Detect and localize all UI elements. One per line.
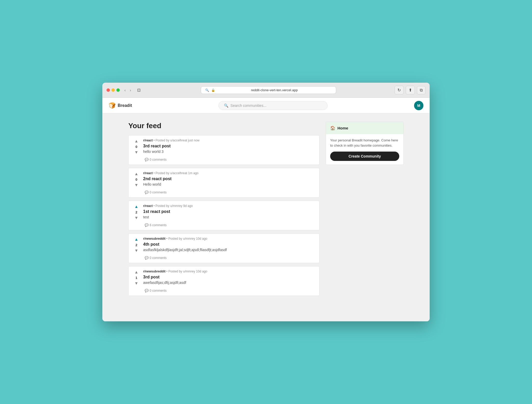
share-button[interactable]: ⬆ [406,86,415,94]
post-body: test [143,215,315,219]
post-card: ▲ 2 ▼ r/react • Posted by u/mmrey 9d ago… [128,201,320,230]
sidebar-description: Your personal Breadit homepage. Come her… [330,138,399,148]
feed-area: Your feed ▲ 0 ▼ r/react • Posted by u/ac… [128,122,320,299]
browser-window: ‹ › ⊡ 🔍 🔒 reddit-clone-vert-ten.vercel.a… [102,83,430,321]
post-card: ▲ 2 ▼ r/newsubreddit • Posted by u/mmrey… [128,233,320,263]
search-bar-container: 🔍 Search communities... [137,101,409,110]
post-meta: r/newsubreddit • Posted by u/mmrey 10d a… [143,237,315,240]
sidebar-home-title: Home [337,126,348,130]
post-actions: 💬 0 comments [143,156,315,162]
downvote-button[interactable]: ▼ [134,215,139,220]
main-content: Your feed ▲ 0 ▼ r/react • Posted by u/ac… [123,113,409,307]
post-separator: • Posted by u/mmrey 10d ago [166,270,207,273]
post-body: Hello world [143,182,315,186]
post-content: r/react • Posted by u/mmrey 9d ago 1st r… [143,204,315,228]
post-card: ▲ 1 ▼ r/newsubreddit • Posted by u/mmrey… [128,266,320,296]
create-community-button[interactable]: Create Community [330,152,399,161]
post-content: r/newsubreddit • Posted by u/mmrey 10d a… [143,237,315,261]
post-content: r/newsubreddit • Posted by u/mmrey 10d a… [143,270,315,294]
lock-icon: 🔒 [211,88,215,92]
upvote-button[interactable]: ▲ [134,139,139,144]
back-button[interactable]: ‹ [123,87,127,93]
post-actions: 💬 0 comments [143,287,315,294]
post-title: 1st react post [143,209,315,214]
sidebar-card-body: Your personal Breadit homepage. Come her… [326,134,403,165]
home-icon: 🏠 [330,126,335,131]
post-meta: r/newsubreddit • Posted by u/mmrey 10d a… [143,270,315,273]
post-content: r/react • Posted by u/accelhreat just no… [143,139,315,162]
upvote-button[interactable]: ▲ [134,171,139,177]
upvote-button[interactable]: ▲ [134,270,139,275]
upvote-button[interactable]: ▲ [134,237,139,242]
browser-actions: ↻ ⬆ ⧉ [395,86,425,94]
vote-column: ▲ 2 ▼ [133,204,140,228]
post-meta: r/react • Posted by u/accelhreat just no… [143,139,315,142]
comment-icon: 💬 [145,223,149,227]
sidebar-card: 🏠 Home Your personal Breadit homepage. C… [326,122,404,165]
post-separator: • Posted by u/mmrey 10d ago [166,237,207,240]
comment-count: 0 comments [150,289,167,292]
post-card: ▲ 0 ▼ r/react • Posted by u/accelhreat 1… [128,168,320,198]
post-body: hello world 3 [143,149,315,154]
address-bar-container: 🔍 🔒 reddit-clone-vert-ten.vercel.app [145,86,391,94]
url-text: reddit-clone-vert-ten.vercel.app [217,88,332,92]
close-button[interactable] [107,88,110,92]
logo-area[interactable]: 🍞 Breadit [109,102,132,109]
post-community-link[interactable]: r/react [143,204,153,208]
forward-button[interactable]: › [128,87,133,93]
post-title: 3rd post [143,275,315,279]
search-placeholder: Search communities... [230,103,267,108]
vote-column: ▲ 0 ▼ [133,171,140,195]
sidebar-card-header: 🏠 Home [326,122,403,134]
post-title: 3rd react post [143,144,315,148]
nav-buttons: ‹ › [123,87,132,93]
refresh-button[interactable]: ↻ [395,86,404,94]
vote-column: ▲ 1 ▼ [133,270,140,294]
post-actions: 💬 6 comments [143,221,315,228]
post-title: 2nd react post [143,177,315,181]
comment-icon: 💬 [145,256,149,260]
comments-button[interactable]: 💬 0 comments [143,190,168,195]
vote-count: 1 [135,276,137,280]
downvote-button[interactable]: ▼ [134,183,139,188]
post-body: asdfasfkljalskdfjlasjdft;jal;sdjft;ajsdl… [143,248,315,252]
maximize-button[interactable] [116,88,120,92]
comment-count: 0 comments [150,256,167,260]
post-community-link[interactable]: r/newsubreddit [143,270,165,273]
traffic-lights [107,88,120,92]
comments-button[interactable]: 💬 0 comments [143,255,168,261]
comments-button[interactable]: 💬 0 comments [143,288,168,294]
address-bar[interactable]: 🔍 🔒 reddit-clone-vert-ten.vercel.app [201,86,336,94]
post-community-link[interactable]: r/newsubreddit [143,237,165,240]
logo-text: Breadit [118,103,132,108]
post-community-link[interactable]: r/react [143,139,153,142]
search-bar[interactable]: 🔍 Search communities... [218,101,328,110]
downvote-button[interactable]: ▼ [134,150,139,155]
comment-icon: 💬 [145,289,149,292]
comment-icon: 💬 [145,158,149,161]
vote-count: 2 [135,243,137,247]
feed-title: Your feed [128,122,320,130]
tabs-button[interactable]: ⧉ [417,86,425,94]
search-icon: 🔍 [224,103,228,108]
post-separator: • Posted by u/accelhreat just now [154,139,200,142]
app-container: 🍞 Breadit 🔍 Search communities... M Your… [102,98,430,321]
post-community-link[interactable]: r/react [143,171,153,175]
minimize-button[interactable] [111,88,115,92]
post-title: 4th post [143,242,315,247]
posts-container: ▲ 0 ▼ r/react • Posted by u/accelhreat j… [128,135,320,296]
downvote-button[interactable]: ▼ [134,281,139,286]
comments-button[interactable]: 💬 6 comments [143,222,168,228]
comments-button[interactable]: 💬 0 comments [143,157,168,162]
vote-count: 2 [135,210,137,214]
post-card: ▲ 0 ▼ r/react • Posted by u/accelhreat j… [128,135,320,165]
post-meta: r/react • Posted by u/mmrey 9d ago [143,204,315,208]
sidebar-toggle-button[interactable]: ⊡ [136,87,142,94]
user-avatar[interactable]: M [414,101,423,110]
post-separator: • Posted by u/mmrey 9d ago [154,204,193,208]
comment-icon: 💬 [145,191,149,194]
downvote-button[interactable]: ▼ [134,248,139,253]
upvote-button[interactable]: ▲ [134,204,139,209]
post-body: awefasdfijas;dfij;asjdfi;asdf [143,281,315,285]
sidebar: 🏠 Home Your personal Breadit homepage. C… [326,122,404,299]
